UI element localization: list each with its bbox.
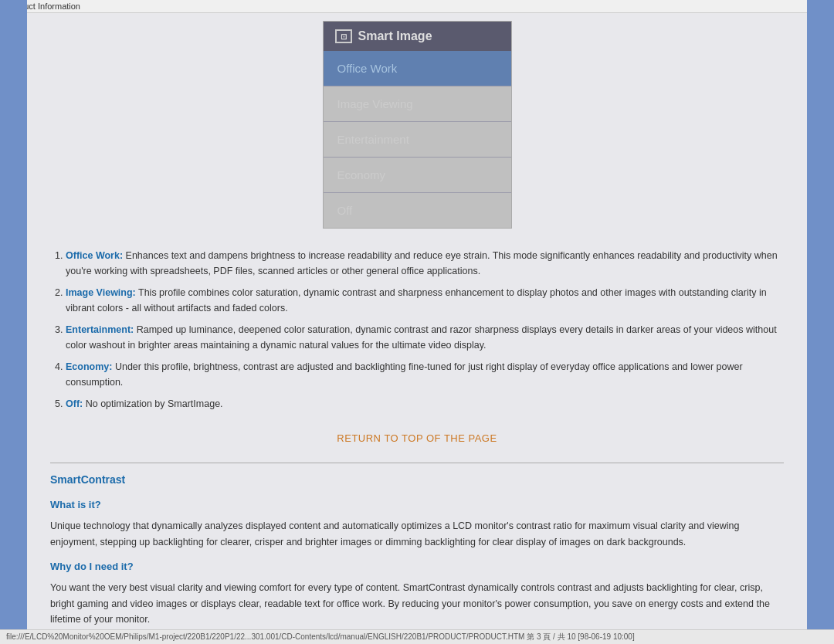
menu-item-image-viewing[interactable]: Image Viewing [324, 86, 511, 122]
smartcontrast-title: SmartContrast [50, 471, 784, 488]
top-bar: Product Information [0, 0, 834, 13]
desc-text-3: Under this profile, brightness, contrast… [66, 361, 743, 388]
desc-text-2: Ramped up luminance, deepened color satu… [66, 324, 777, 351]
what-is-it-title: What is it? [50, 497, 784, 514]
smart-image-widget: ⊡ Smart Image Office Work Image Viewing … [323, 21, 512, 229]
desc-text-0: Enhances text and dampens brightness to … [66, 250, 778, 276]
side-panel-right [807, 0, 834, 644]
smart-image-title: Smart Image [358, 29, 432, 43]
desc-label-2: Entertainment: [66, 324, 134, 335]
smart-image-icon: ⊡ [335, 29, 352, 43]
menu-item-office-work[interactable]: Office Work [324, 51, 511, 86]
description-list: Office Work: Enhances text and dampens b… [50, 248, 784, 412]
list-item: Office Work: Enhances text and dampens b… [66, 248, 784, 279]
list-item: Entertainment: Ramped up luminance, deep… [66, 322, 784, 353]
side-panel-left [0, 0, 27, 644]
what-is-it-text: Unique technology that dynamically analy… [50, 518, 784, 550]
smart-image-menu: Office Work Image Viewing Entertainment … [324, 51, 511, 228]
smart-image-header: ⊡ Smart Image [324, 22, 511, 51]
status-bar-text: file:///E/LCD%20Monitor%20OEM/Philips/M1… [6, 632, 635, 641]
desc-label-1: Image Viewing: [66, 287, 136, 298]
desc-label-0: Office Work: [66, 250, 123, 261]
menu-item-off[interactable]: Off [324, 193, 511, 228]
why-need-it-title: Why do I need it? [50, 559, 784, 575]
desc-label-3: Economy: [66, 361, 112, 372]
divider [50, 463, 784, 463]
desc-text-1: This profile combines color saturation, … [66, 287, 767, 314]
return-link-container[interactable]: RETURN TO TOP OF THE PAGE [50, 423, 784, 455]
list-item: Off: No optimization by SmartImage. [66, 396, 784, 412]
status-bar: file:///E/LCD%20Monitor%20OEM/Philips/M1… [0, 629, 834, 644]
descriptions: Office Work: Enhances text and dampens b… [42, 244, 792, 644]
why-need-it-text: You want the very best visual clarity an… [50, 580, 784, 628]
return-to-top-link[interactable]: RETURN TO TOP OF THE PAGE [337, 432, 497, 444]
list-item: Economy: Under this profile, brightness,… [66, 359, 784, 390]
list-item: Image Viewing: This profile combines col… [66, 285, 784, 316]
desc-text-4: No optimization by SmartImage. [86, 398, 223, 409]
menu-item-entertainment[interactable]: Entertainment [324, 122, 511, 158]
desc-label-4: Off: [66, 398, 83, 409]
menu-item-economy[interactable]: Economy [324, 158, 511, 193]
